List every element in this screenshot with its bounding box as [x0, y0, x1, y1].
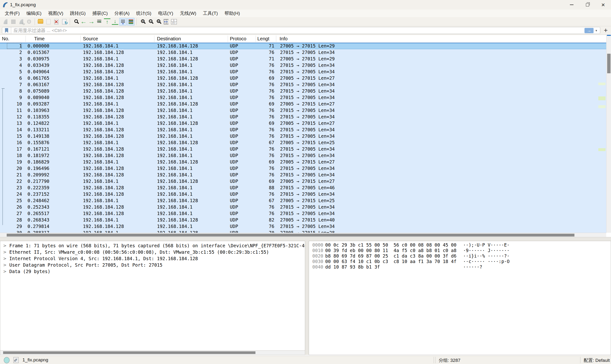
- zoom-out-button[interactable]: −: [147, 18, 154, 26]
- reload-file-button[interactable]: [60, 18, 68, 26]
- packet-row-9[interactable]: 90.089040192.168.184.128192.168.184.1UDP…: [0, 94, 606, 101]
- vertical-splitter[interactable]: [305, 241, 309, 355]
- packet-row-30[interactable]: 300.288317192.168.184.1192.168.184.128UD…: [0, 230, 606, 233]
- detail-line-2[interactable]: >Internet Protocol Version 4, Src: 192.1…: [0, 255, 305, 262]
- column-separator[interactable]: [256, 36, 256, 42]
- packet-row-14[interactable]: 140.133211192.168.184.128192.168.184.1UD…: [0, 127, 606, 133]
- packet-row-4[interactable]: 40.033439192.168.184.128192.168.184.1UDP…: [0, 62, 606, 68]
- packet-row-28[interactable]: 280.268343192.168.184.1192.168.184.128UD…: [0, 217, 606, 223]
- packet-row-8[interactable]: 80.075089192.168.184.128192.168.184.1UDP…: [0, 88, 606, 94]
- restore-button[interactable]: [580, 0, 595, 10]
- packet-row-12[interactable]: 120.118355192.168.184.128192.168.184.1UD…: [0, 114, 606, 120]
- expert-info-icon[interactable]: [4, 357, 10, 363]
- menu-item-3[interactable]: 跳转(G): [67, 10, 89, 17]
- filter-bookmark-button[interactable]: [2, 27, 11, 34]
- hex-row-0000[interactable]: 000000 0c 29 3b c1 55 00 50 56 c0 00 08 …: [309, 242, 611, 248]
- minimize-button[interactable]: [564, 0, 580, 10]
- menu-item-5[interactable]: 分析(A): [111, 10, 133, 17]
- go-first-button[interactable]: ↑: [103, 18, 111, 26]
- packet-row-19[interactable]: 190.186829192.168.184.1192.168.184.128UD…: [0, 159, 606, 165]
- packet-row-27[interactable]: 270.265517192.168.184.128192.168.184.1UD…: [0, 210, 606, 217]
- packet-list-vscrollbar[interactable]: [606, 35, 611, 233]
- column-header-protoco[interactable]: Protoco: [230, 35, 246, 43]
- packet-row-20[interactable]: 200.196496192.168.184.128192.168.184.1UD…: [0, 165, 606, 172]
- hex-row-0040[interactable]: 0040dd 10 87 93 8b b1 3f······?: [309, 264, 611, 270]
- packet-row-25[interactable]: 250.248462192.168.184.1192.168.184.128UD…: [0, 197, 606, 204]
- column-header-no[interactable]: No.: [2, 35, 9, 43]
- column-header-info[interactable]: Info: [280, 35, 287, 43]
- column-separator[interactable]: [154, 36, 154, 42]
- horizontal-splitter[interactable]: [0, 237, 611, 241]
- zoom-11-button[interactable]: =: [154, 18, 162, 26]
- menu-item-7[interactable]: 电话(Y): [155, 10, 176, 17]
- packet-row-3[interactable]: 30.030975192.168.184.1192.168.184.128UDP…: [0, 56, 606, 62]
- packet-row-24[interactable]: 240.237152192.168.184.128192.168.184.1UD…: [0, 191, 606, 197]
- close-button[interactable]: ×: [595, 0, 611, 10]
- vscrollbar-thumb[interactable]: [607, 54, 611, 73]
- packet-row-18[interactable]: 180.181972192.168.184.128192.168.184.1UD…: [0, 152, 606, 159]
- packet-row-21[interactable]: 210.209992192.168.184.128192.168.184.1UD…: [0, 172, 606, 178]
- apply-filter-button[interactable]: →: [584, 28, 594, 33]
- menu-item-10[interactable]: 帮助(H): [221, 10, 243, 17]
- display-filter-input[interactable]: [11, 28, 584, 33]
- filter-dropdown-caret-icon[interactable]: ▼: [595, 29, 597, 32]
- hscrollbar-thumb[interactable]: [7, 234, 574, 236]
- add-filter-button[interactable]: +: [604, 26, 608, 34]
- packet-row-22[interactable]: 220.217790192.168.184.1192.168.184.128UD…: [0, 178, 606, 184]
- hex-row-0030[interactable]: 003000 00 63 f4 10 c1 0b c3 c8 10 aa f1 …: [309, 259, 611, 264]
- zoom-in-button[interactable]: +: [139, 18, 146, 26]
- packet-row-11[interactable]: 110.103963192.168.184.128192.168.184.1UD…: [0, 107, 606, 114]
- detail-line-4[interactable]: >Data (29 bytes): [0, 268, 305, 275]
- capture-comment-icon[interactable]: [14, 357, 19, 363]
- hex-row-0010[interactable]: 001000 39 fd eb 00 00 80 11 4a f5 c0 a8 …: [309, 248, 611, 253]
- expand-chevron-icon[interactable]: >: [3, 255, 6, 262]
- menu-item-6[interactable]: 统计(S): [133, 10, 155, 17]
- go-to-button[interactable]: →: [95, 18, 103, 26]
- packet-row-13[interactable]: 130.124822192.168.184.1192.168.184.128UD…: [0, 120, 606, 127]
- packet-row-17[interactable]: 170.167121192.168.184.128192.168.184.1UD…: [0, 146, 606, 152]
- open-file-button[interactable]: [37, 18, 44, 26]
- menu-item-4[interactable]: 捕获(C): [89, 10, 111, 17]
- expand-chevron-icon[interactable]: >: [3, 249, 6, 255]
- expand-chevron-icon[interactable]: >: [3, 262, 6, 268]
- close-file-button[interactable]: [53, 18, 60, 26]
- menu-item-0[interactable]: 文件(F): [1, 10, 23, 17]
- go-last-button[interactable]: ↓: [111, 18, 119, 26]
- details-hscrollbar-thumb[interactable]: [3, 351, 256, 354]
- menu-item-9[interactable]: 工具(T): [200, 10, 221, 17]
- colorize-button[interactable]: [127, 18, 135, 26]
- packet-row-7[interactable]: 70.063167192.168.184.128192.168.184.1UDP…: [0, 81, 606, 88]
- packet-row-1[interactable]: 10.000000192.168.184.1192.168.184.128UDP…: [0, 43, 606, 49]
- packet-row-2[interactable]: 20.015367192.168.184.128192.168.184.1UDP…: [0, 49, 606, 56]
- detail-line-1[interactable]: >Ethernet II, Src: VMware_c0:00:08 (00:5…: [0, 249, 305, 255]
- go-back-button[interactable]: ←: [80, 18, 87, 26]
- go-forward-button[interactable]: →: [88, 18, 95, 26]
- status-profile[interactable]: 配置: Default: [584, 357, 610, 364]
- menu-item-2[interactable]: 视图(V): [45, 10, 67, 17]
- column-separator[interactable]: [26, 36, 26, 42]
- packet-row-16[interactable]: 160.155876192.168.184.1192.168.184.128UD…: [0, 139, 606, 146]
- layout-button[interactable]: [170, 18, 177, 26]
- find-packet-button[interactable]: [72, 18, 79, 26]
- packet-row-23[interactable]: 230.222359192.168.184.128192.168.184.1UD…: [0, 184, 606, 191]
- column-header-lengt[interactable]: Lengt: [257, 35, 269, 43]
- column-separator[interactable]: [81, 36, 81, 42]
- hex-row-0020[interactable]: 0020b8 80 69 7d 69 87 00 25 c1 da c3 8a …: [309, 253, 611, 259]
- packet-row-26[interactable]: 260.252343192.168.184.128192.168.184.1UD…: [0, 204, 606, 210]
- packet-row-29[interactable]: 290.279814192.168.184.128192.168.184.1UD…: [0, 223, 606, 230]
- menu-item-1[interactable]: 编辑(E): [23, 10, 45, 17]
- column-header-time[interactable]: Time: [34, 35, 45, 43]
- expand-chevron-icon[interactable]: >: [3, 268, 6, 275]
- column-separator[interactable]: [276, 36, 276, 42]
- packet-row-6[interactable]: 60.061765192.168.184.1192.168.184.128UDP…: [0, 75, 606, 81]
- menu-item-8[interactable]: 无线(W): [177, 10, 200, 17]
- packet-row-15[interactable]: 150.149138192.168.184.128192.168.184.1UD…: [0, 133, 606, 139]
- packet-row-10[interactable]: 100.093287192.168.184.1192.168.184.128UD…: [0, 101, 606, 107]
- column-header-destination[interactable]: Destination: [157, 35, 181, 43]
- resize-cols-button[interactable]: [162, 18, 170, 26]
- expand-chevron-icon[interactable]: >: [3, 243, 6, 249]
- column-header-source[interactable]: Source: [83, 35, 98, 43]
- detail-line-0[interactable]: >Frame 1: 71 bytes on wire (568 bits), 7…: [0, 243, 305, 249]
- auto-scroll-button[interactable]: [119, 18, 127, 26]
- detail-line-3[interactable]: >User Datagram Protocol, Src Port: 27005…: [0, 262, 305, 268]
